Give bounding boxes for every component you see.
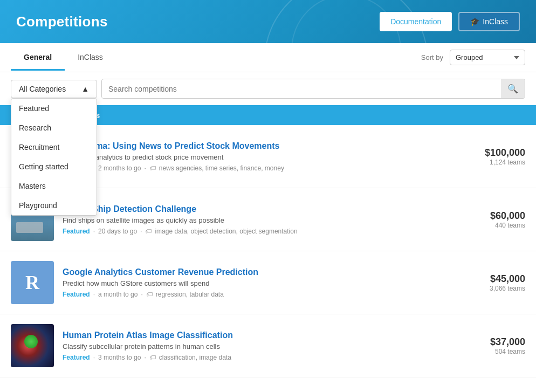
competition-info-airbus: Airbus Ship Detection Challenge Find shi… [63, 204, 482, 235]
competition-desc-airbus: Find ships on satellite images as quickl… [63, 216, 482, 224]
tab-general[interactable]: General [11, 45, 65, 71]
search-input[interactable] [102, 80, 501, 98]
dropdown-item-getting-started[interactable]: Getting started [11, 157, 97, 176]
dropdown-item-featured[interactable]: Featured [11, 99, 97, 118]
search-icon: 🔍 [507, 84, 518, 93]
competition-title-google[interactable]: Google Analytics Customer Revenue Predic… [63, 267, 481, 277]
competition-info-protein: Human Protein Atlas Image Classification… [63, 331, 482, 361]
prize-teams-airbus: 440 teams [490, 222, 525, 229]
prize-amount-airbus: $60,000 [490, 210, 525, 222]
competition-meta-protein: Featured · 3 months to go · 🏷 classifica… [63, 354, 482, 361]
tags-protein: classification, image data [159, 354, 231, 361]
prize-teams-two-sigma: 1,124 teams [485, 159, 525, 166]
dropdown-items-list: Featured Research Recruitment Getting st… [11, 99, 97, 215]
prize-teams-google: 3,066 teams [490, 285, 525, 292]
page-title: Competitions [16, 13, 108, 30]
time-protein: 3 months to go [98, 354, 141, 361]
main-content: General InClass Sort by Grouped Prize La… [0, 43, 536, 392]
category-dropdown-wrapper: All Categories ▲ Featured Research Recru… [11, 80, 97, 98]
competition-title-two-sigma[interactable]: Two Sigma: Using News to Predict Stock M… [63, 141, 476, 151]
tag-icon-protein: 🏷 [149, 354, 156, 361]
header-buttons: Documentation 🎓 InClass [380, 12, 520, 31]
inclass-button[interactable]: 🎓 InClass [458, 12, 520, 31]
tags-google: regression, tabular data [156, 291, 224, 298]
sort-select[interactable]: Grouped Prize Latest Deadline [450, 50, 525, 65]
competition-item-protein: Human Protein Atlas Image Classification… [0, 314, 536, 377]
search-button[interactable]: 🔍 [501, 79, 525, 98]
google-r-letter: R [25, 271, 39, 294]
competition-prize-google: $45,000 3,066 teams [490, 273, 525, 292]
sort-bar: Sort by Grouped Prize Latest Deadline [421, 43, 525, 72]
competition-info-two-sigma: Two Sigma: Using News to Predict Stock M… [63, 141, 476, 172]
time-google: a month to go [98, 291, 138, 298]
dropdown-item-masters[interactable]: Masters [11, 176, 97, 196]
prize-amount-protein: $37,000 [490, 336, 525, 348]
tag-icon-google: 🏷 [146, 291, 153, 298]
dropdown-item-recruitment[interactable]: Recruitment [11, 137, 97, 157]
category-dropdown-button[interactable]: All Categories ▲ [11, 80, 97, 98]
prize-amount-google: $45,000 [490, 273, 525, 285]
tag-icon-airbus: 🏷 [145, 228, 152, 235]
competition-logo-protein [11, 324, 54, 367]
competition-info-google: Google Analytics Customer Revenue Predic… [63, 267, 481, 298]
category-dropdown-menu: Featured Research Recruitment Getting st… [11, 98, 97, 216]
competition-meta-airbus: Featured · 20 days to go · 🏷 image data,… [63, 228, 482, 235]
prize-teams-protein: 504 teams [490, 348, 525, 355]
documentation-button[interactable]: Documentation [380, 12, 452, 31]
competition-logo-google: R [11, 261, 54, 304]
sort-label: Sort by [421, 53, 443, 61]
competition-meta-google: Featured · a month to go · 🏷 regression,… [63, 291, 481, 298]
competition-desc-two-sigma: Use news analytics to predict stock pric… [63, 153, 476, 161]
competition-meta-two-sigma: Featured · 2 months to go · 🏷 news agenc… [63, 164, 476, 172]
category-tag-google: Featured [63, 291, 90, 298]
tab-inclass[interactable]: InClass [65, 45, 116, 71]
graduation-icon: 🎓 [470, 17, 479, 26]
time-airbus: 20 days to go [98, 228, 137, 235]
tag-icon-two-sigma: 🏷 [149, 164, 156, 172]
category-tag-protein: Featured [63, 354, 90, 361]
competition-prize-airbus: $60,000 440 teams [490, 210, 525, 229]
time-two-sigma: 2 months to go [98, 164, 141, 172]
search-box: 🔍 [101, 79, 525, 99]
category-selected-label: All Categories [19, 85, 66, 93]
category-tag-airbus: Featured [63, 228, 90, 235]
filter-row: All Categories ▲ Featured Research Recru… [0, 72, 536, 105]
competition-title-protein[interactable]: Human Protein Atlas Image Classification [63, 331, 482, 340]
chevron-up-icon: ▲ [81, 85, 89, 93]
dropdown-item-research[interactable]: Research [11, 118, 97, 137]
tags-two-sigma: news agencies, time series, finance, mon… [159, 164, 284, 172]
competition-desc-google: Predict how much GStore customers will s… [63, 279, 481, 287]
competition-item-google: R Google Analytics Customer Revenue Pred… [0, 251, 536, 314]
competition-prize-protein: $37,000 504 teams [490, 336, 525, 355]
competition-prize-two-sigma: $100,000 1,124 teams [485, 147, 525, 166]
competition-title-airbus[interactable]: Airbus Ship Detection Challenge [63, 204, 482, 214]
tags-airbus: image data, object detection, object seg… [155, 228, 297, 235]
tab-bar: General InClass [11, 45, 116, 70]
protein-microscope-image [11, 324, 54, 367]
dropdown-item-playground[interactable]: Playground [11, 196, 97, 215]
page-header: Competitions Documentation 🎓 InClass [0, 0, 536, 43]
competition-desc-protein: Classify subcellular protein patterns in… [63, 342, 482, 350]
prize-amount-two-sigma: $100,000 [485, 147, 525, 159]
